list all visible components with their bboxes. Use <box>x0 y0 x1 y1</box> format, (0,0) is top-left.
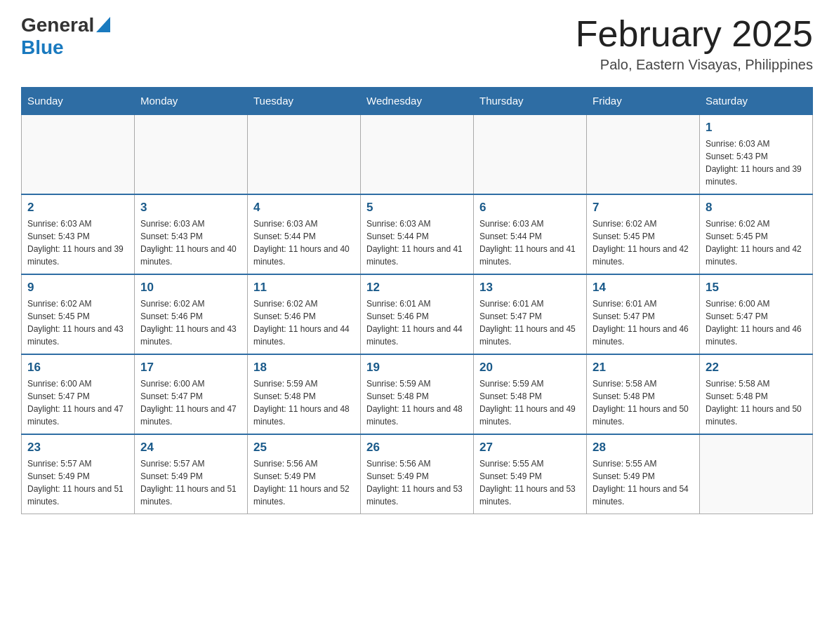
day-info: Sunrise: 5:59 AMSunset: 5:48 PMDaylight:… <box>479 377 581 428</box>
calendar-cell: 19Sunrise: 5:59 AMSunset: 5:48 PMDayligh… <box>361 354 474 434</box>
day-number: 24 <box>140 441 241 455</box>
logo-general-text: General <box>21 14 94 36</box>
day-number: 2 <box>27 201 128 215</box>
calendar-cell: 6Sunrise: 6:03 AMSunset: 5:44 PMDaylight… <box>474 194 587 274</box>
calendar-cell: 10Sunrise: 6:02 AMSunset: 5:46 PMDayligh… <box>135 274 248 354</box>
calendar-cell <box>474 114 587 194</box>
calendar-cell: 11Sunrise: 6:02 AMSunset: 5:46 PMDayligh… <box>248 274 361 354</box>
day-number: 14 <box>593 281 694 295</box>
day-number: 20 <box>479 361 581 375</box>
calendar-cell: 8Sunrise: 6:02 AMSunset: 5:45 PMDaylight… <box>700 194 813 274</box>
day-number: 28 <box>593 441 694 455</box>
logo-blue-text: Blue <box>21 36 64 58</box>
day-info: Sunrise: 6:00 AMSunset: 5:47 PMDaylight:… <box>27 377 128 428</box>
day-info: Sunrise: 6:00 AMSunset: 5:47 PMDaylight:… <box>706 297 807 348</box>
calendar-cell: 7Sunrise: 6:02 AMSunset: 5:45 PMDaylight… <box>587 194 700 274</box>
day-number: 6 <box>479 201 581 215</box>
weekday-header-tuesday: Tuesday <box>248 88 361 115</box>
week-row-4: 16Sunrise: 6:00 AMSunset: 5:47 PMDayligh… <box>22 354 813 434</box>
calendar-table: SundayMondayTuesdayWednesdayThursdayFrid… <box>21 87 813 514</box>
week-row-5: 23Sunrise: 5:57 AMSunset: 5:49 PMDayligh… <box>22 434 813 514</box>
day-info: Sunrise: 5:59 AMSunset: 5:48 PMDaylight:… <box>366 377 468 428</box>
weekday-header-friday: Friday <box>587 88 700 115</box>
calendar-cell: 26Sunrise: 5:56 AMSunset: 5:49 PMDayligh… <box>361 434 474 514</box>
day-info: Sunrise: 6:01 AMSunset: 5:47 PMDaylight:… <box>593 297 694 348</box>
calendar-cell <box>248 114 361 194</box>
day-number: 12 <box>366 281 468 295</box>
title-section: February 2025 Palo, Eastern Visayas, Phi… <box>576 14 813 73</box>
weekday-header-sunday: Sunday <box>22 88 135 115</box>
calendar-cell <box>22 114 135 194</box>
location-subtitle: Palo, Eastern Visayas, Philippines <box>576 57 813 73</box>
weekday-header-row: SundayMondayTuesdayWednesdayThursdayFrid… <box>22 88 813 115</box>
day-info: Sunrise: 6:03 AMSunset: 5:43 PMDaylight:… <box>706 137 807 188</box>
day-info: Sunrise: 6:02 AMSunset: 5:46 PMDaylight:… <box>253 297 355 348</box>
day-number: 10 <box>140 281 241 295</box>
calendar-cell: 24Sunrise: 5:57 AMSunset: 5:49 PMDayligh… <box>135 434 248 514</box>
svg-marker-0 <box>96 17 110 32</box>
weekday-header-thursday: Thursday <box>474 88 587 115</box>
calendar-cell <box>361 114 474 194</box>
day-info: Sunrise: 6:02 AMSunset: 5:45 PMDaylight:… <box>706 217 807 268</box>
day-number: 1 <box>706 121 807 135</box>
day-number: 19 <box>366 361 468 375</box>
day-number: 11 <box>253 281 355 295</box>
calendar-cell: 25Sunrise: 5:56 AMSunset: 5:49 PMDayligh… <box>248 434 361 514</box>
calendar-cell: 9Sunrise: 6:02 AMSunset: 5:45 PMDaylight… <box>22 274 135 354</box>
calendar-cell: 2Sunrise: 6:03 AMSunset: 5:43 PMDaylight… <box>22 194 135 274</box>
week-row-3: 9Sunrise: 6:02 AMSunset: 5:45 PMDaylight… <box>22 274 813 354</box>
day-number: 18 <box>253 361 355 375</box>
calendar-cell: 13Sunrise: 6:01 AMSunset: 5:47 PMDayligh… <box>474 274 587 354</box>
calendar-cell: 15Sunrise: 6:00 AMSunset: 5:47 PMDayligh… <box>700 274 813 354</box>
day-number: 3 <box>140 201 241 215</box>
day-info: Sunrise: 5:57 AMSunset: 5:49 PMDaylight:… <box>140 457 241 508</box>
day-number: 16 <box>27 361 128 375</box>
day-info: Sunrise: 6:02 AMSunset: 5:45 PMDaylight:… <box>27 297 128 348</box>
day-info: Sunrise: 6:02 AMSunset: 5:45 PMDaylight:… <box>593 217 694 268</box>
calendar-cell: 14Sunrise: 6:01 AMSunset: 5:47 PMDayligh… <box>587 274 700 354</box>
day-number: 23 <box>27 441 128 455</box>
day-info: Sunrise: 5:56 AMSunset: 5:49 PMDaylight:… <box>253 457 355 508</box>
weekday-header-wednesday: Wednesday <box>361 88 474 115</box>
day-info: Sunrise: 5:58 AMSunset: 5:48 PMDaylight:… <box>593 377 694 428</box>
weekday-header-monday: Monday <box>135 88 248 115</box>
day-info: Sunrise: 6:03 AMSunset: 5:43 PMDaylight:… <box>27 217 128 268</box>
calendar-cell: 27Sunrise: 5:55 AMSunset: 5:49 PMDayligh… <box>474 434 587 514</box>
day-number: 17 <box>140 361 241 375</box>
calendar-cell: 21Sunrise: 5:58 AMSunset: 5:48 PMDayligh… <box>587 354 700 434</box>
day-info: Sunrise: 5:59 AMSunset: 5:48 PMDaylight:… <box>253 377 355 428</box>
calendar-cell: 1Sunrise: 6:03 AMSunset: 5:43 PMDaylight… <box>700 114 813 194</box>
day-info: Sunrise: 6:02 AMSunset: 5:46 PMDaylight:… <box>140 297 241 348</box>
day-info: Sunrise: 5:55 AMSunset: 5:49 PMDaylight:… <box>593 457 694 508</box>
day-info: Sunrise: 5:58 AMSunset: 5:48 PMDaylight:… <box>706 377 807 428</box>
logo-arrow-icon <box>96 17 110 32</box>
day-number: 13 <box>479 281 581 295</box>
calendar-cell: 20Sunrise: 5:59 AMSunset: 5:48 PMDayligh… <box>474 354 587 434</box>
calendar-cell: 3Sunrise: 6:03 AMSunset: 5:43 PMDaylight… <box>135 194 248 274</box>
logo: General Blue <box>21 14 110 59</box>
day-info: Sunrise: 6:01 AMSunset: 5:47 PMDaylight:… <box>479 297 581 348</box>
day-number: 9 <box>27 281 128 295</box>
day-number: 5 <box>366 201 468 215</box>
day-number: 25 <box>253 441 355 455</box>
calendar-cell: 18Sunrise: 5:59 AMSunset: 5:48 PMDayligh… <box>248 354 361 434</box>
day-info: Sunrise: 6:01 AMSunset: 5:46 PMDaylight:… <box>366 297 468 348</box>
calendar-cell: 12Sunrise: 6:01 AMSunset: 5:46 PMDayligh… <box>361 274 474 354</box>
calendar-cell: 28Sunrise: 5:55 AMSunset: 5:49 PMDayligh… <box>587 434 700 514</box>
month-title: February 2025 <box>576 14 813 54</box>
day-number: 4 <box>253 201 355 215</box>
calendar-cell <box>587 114 700 194</box>
day-info: Sunrise: 6:00 AMSunset: 5:47 PMDaylight:… <box>140 377 241 428</box>
calendar-cell: 16Sunrise: 6:00 AMSunset: 5:47 PMDayligh… <box>22 354 135 434</box>
calendar-cell: 22Sunrise: 5:58 AMSunset: 5:48 PMDayligh… <box>700 354 813 434</box>
calendar-cell: 23Sunrise: 5:57 AMSunset: 5:49 PMDayligh… <box>22 434 135 514</box>
week-row-2: 2Sunrise: 6:03 AMSunset: 5:43 PMDaylight… <box>22 194 813 274</box>
calendar-cell: 4Sunrise: 6:03 AMSunset: 5:44 PMDaylight… <box>248 194 361 274</box>
day-number: 7 <box>593 201 694 215</box>
day-info: Sunrise: 6:03 AMSunset: 5:44 PMDaylight:… <box>366 217 468 268</box>
day-number: 15 <box>706 281 807 295</box>
calendar-cell: 5Sunrise: 6:03 AMSunset: 5:44 PMDaylight… <box>361 194 474 274</box>
day-number: 26 <box>366 441 468 455</box>
week-row-1: 1Sunrise: 6:03 AMSunset: 5:43 PMDaylight… <box>22 114 813 194</box>
page-header: General Blue February 2025 Palo, Eastern… <box>21 14 813 73</box>
